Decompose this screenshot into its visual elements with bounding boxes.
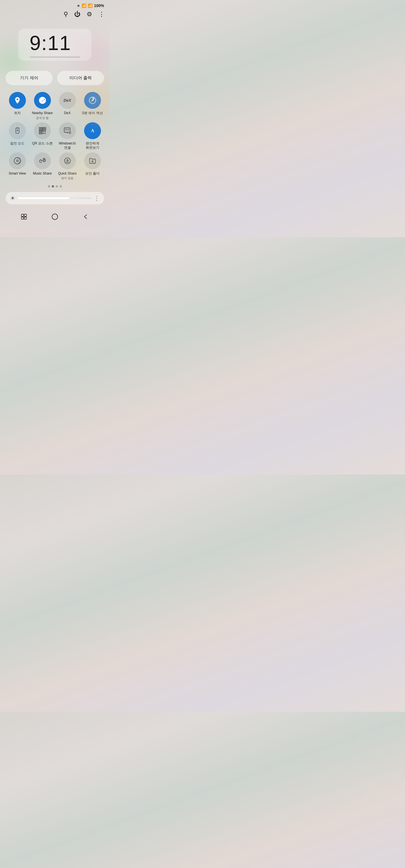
qs-power-saving[interactable]: 절전 모드	[6, 122, 29, 150]
clock-underline	[30, 56, 80, 58]
nearby-share-icon-wrap	[34, 92, 51, 109]
device-control-button[interactable]: 기기 제어	[6, 71, 53, 85]
svg-rect-19	[68, 129, 69, 130]
qs-nearby-share[interactable]: Nearby Share 공개 안 함	[31, 92, 54, 120]
svg-rect-10	[43, 128, 45, 130]
clock-background: 9:11	[18, 29, 91, 61]
brightness-sun-icon: ☀	[10, 195, 15, 202]
qs-smart-view[interactable]: Smart View	[6, 152, 29, 181]
music-share-label: Music Share	[33, 172, 52, 176]
smart-view-label: Smart View	[9, 172, 26, 176]
page-dots	[0, 181, 110, 190]
svg-rect-28	[91, 161, 93, 162]
qs-location[interactable]: 위치	[6, 92, 29, 120]
windows-link-icon-wrap	[59, 122, 76, 139]
location-icon-wrap	[9, 92, 26, 109]
qs-music-share[interactable]: ♪ Music Share	[31, 152, 54, 181]
windows-link-label: Windows와연결	[59, 142, 76, 150]
svg-rect-31	[21, 217, 24, 219]
qs-dex[interactable]: DeX DeX	[56, 92, 79, 120]
spen-icon-wrap	[84, 92, 101, 109]
home-icon	[51, 213, 58, 220]
qs-quick-share[interactable]: Quick Share 받지 않음	[56, 152, 79, 181]
easy-view-label: 편안하게화면보기	[86, 142, 99, 150]
search-button[interactable]: ⚲	[63, 11, 68, 18]
battery-level: 100%	[94, 3, 104, 8]
page-dot-4	[60, 185, 62, 187]
page-dot-2	[52, 185, 54, 187]
qs-secure-folder[interactable]: 보안 폴더	[81, 152, 104, 181]
easy-view-icon: A	[88, 126, 97, 135]
clock-time: 9:11	[30, 31, 80, 55]
nearby-share-label: Nearby Share	[32, 111, 53, 116]
bluetooth-icon: ∗	[77, 3, 80, 8]
brightness-more-button[interactable]: ⋮	[94, 195, 99, 202]
power-button[interactable]: ⏻	[74, 11, 81, 18]
quick-settings-grid: 위치 Nearby Share 공개 안 함 DeX DeX	[0, 87, 110, 181]
nearby-share-icon	[38, 96, 47, 104]
secure-folder-icon	[89, 157, 96, 165]
quick-panels-row: 기기 제어 미디어 출력	[0, 66, 110, 87]
quick-share-icon	[63, 157, 71, 165]
music-share-icon: ♪	[38, 157, 47, 165]
power-saving-icon	[13, 127, 21, 135]
location-label: 위치	[14, 111, 21, 116]
location-icon	[13, 96, 21, 104]
qs-qr-scan[interactable]: QR 코드 스캔	[31, 122, 54, 150]
qr-scan-icon	[38, 126, 47, 135]
dex-icon-wrap: DeX	[59, 92, 76, 109]
svg-rect-15	[43, 133, 44, 134]
spen-label: S펜 에어 액션	[82, 111, 103, 116]
brightness-track[interactable]	[18, 197, 91, 199]
svg-rect-32	[24, 217, 26, 219]
back-icon	[82, 213, 89, 220]
power-saving-label: 절전 모드	[10, 142, 25, 146]
secure-folder-label: 보안 폴더	[85, 172, 99, 176]
windows-link-icon	[63, 127, 71, 135]
svg-text:♪: ♪	[44, 158, 45, 160]
svg-rect-8	[40, 128, 41, 130]
power-saving-icon-wrap	[9, 122, 26, 139]
svg-rect-16	[45, 133, 46, 134]
svg-point-2	[92, 98, 94, 99]
clock-section: 9:11	[0, 20, 110, 66]
qs-spen[interactable]: S펜 에어 액션	[81, 92, 104, 120]
top-toolbar: ⚲ ⏻ ⚙ ⋮	[0, 9, 110, 20]
navigation-bar	[0, 207, 110, 227]
smart-view-icon	[13, 157, 21, 165]
dex-icon: DeX	[63, 98, 71, 102]
quick-share-icon-wrap	[59, 152, 76, 169]
wifi-icon: 📶	[82, 3, 86, 8]
back-button[interactable]	[80, 211, 92, 223]
media-output-button[interactable]: 미디어 출력	[57, 71, 104, 85]
easy-view-icon-wrap: A	[84, 122, 101, 139]
nearby-share-sublabel: 공개 안 함	[36, 116, 49, 120]
spen-icon	[89, 96, 96, 104]
qs-easy-view[interactable]: A 편안하게화면보기	[81, 122, 104, 150]
status-bar: ∗ 📶 📶 100%	[0, 0, 110, 9]
svg-rect-12	[40, 131, 41, 133]
music-share-icon-wrap: ♪	[34, 152, 51, 169]
brightness-row[interactable]: ☀ ⋮	[6, 192, 104, 204]
recents-icon	[20, 213, 28, 220]
brightness-fill	[18, 197, 69, 199]
svg-rect-30	[24, 214, 26, 216]
signal-icon: 📶	[88, 3, 92, 8]
svg-rect-18	[65, 129, 67, 130]
svg-rect-29	[21, 214, 24, 216]
recents-button[interactable]	[18, 211, 30, 223]
qs-windows-link[interactable]: Windows와연결	[56, 122, 79, 150]
settings-button[interactable]: ⚙	[87, 11, 92, 18]
more-button[interactable]: ⋮	[98, 11, 105, 18]
page-dot-3	[56, 185, 58, 187]
svg-point-33	[52, 214, 58, 220]
home-button[interactable]	[49, 211, 61, 223]
dex-label: DeX	[64, 111, 70, 116]
status-icons: ∗ 📶 📶 100%	[77, 3, 104, 8]
smart-view-icon-wrap	[9, 152, 26, 169]
svg-rect-13	[43, 131, 44, 132]
quick-share-label: Quick Share	[58, 172, 77, 176]
quick-share-sublabel: 받지 않음	[61, 176, 74, 180]
secure-folder-icon-wrap	[84, 152, 101, 169]
page-dot-1	[48, 185, 50, 187]
